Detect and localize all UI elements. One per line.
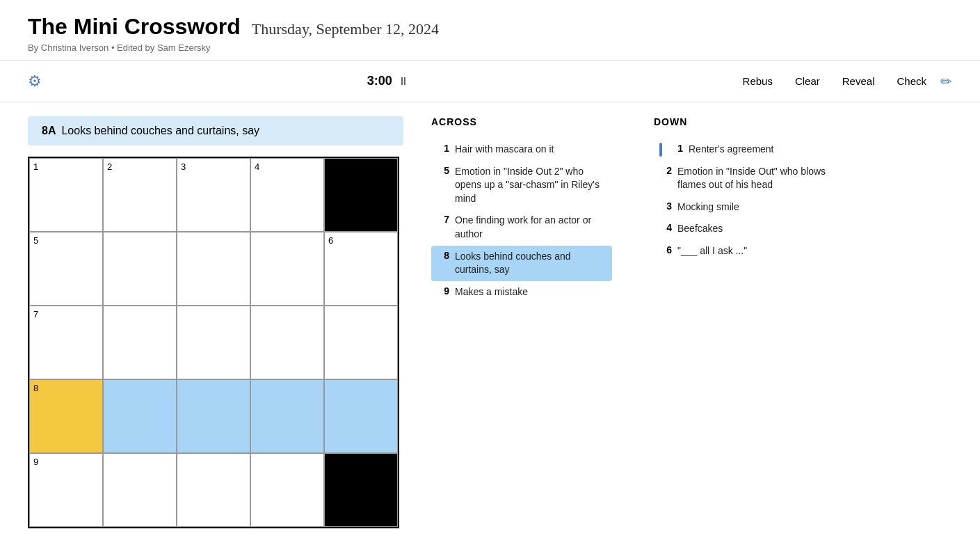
cell-number: 1	[33, 161, 38, 172]
timer-display: 3:00	[367, 74, 392, 88]
clear-button[interactable]: Clear	[787, 70, 828, 93]
toolbar-right: Rebus Clear Reveal Check ✏	[734, 70, 952, 93]
cell-number: 9	[33, 457, 38, 467]
puzzle-section: 8A Looks behind couches and curtains, sa…	[28, 116, 403, 528]
clue-number: 4	[659, 222, 672, 233]
main-content: 8A Looks behind couches and curtains, sa…	[0, 102, 980, 542]
header: The Mini Crossword Thursday, September 1…	[0, 0, 980, 61]
grid-cell[interactable]	[177, 306, 250, 379]
across-clues-column: ACROSS 1Hair with mascara on it5Emotion …	[431, 116, 612, 528]
clue-text: Beefcakes	[677, 222, 723, 236]
grid-cell[interactable]	[103, 232, 177, 306]
grid-cell[interactable]	[324, 453, 398, 527]
clue-text: Renter's agreement	[689, 143, 774, 157]
across-clue-item[interactable]: 8Looks behind couches and curtains, say	[431, 246, 612, 281]
clue-text: Emotion in "Inside Out" who blows flames…	[677, 165, 829, 192]
cell-number: 5	[33, 235, 38, 246]
down-clue-item[interactable]: 1Renter's agreement	[654, 139, 835, 161]
down-clues-column: DOWN 1Renter's agreement2Emotion in "Ins…	[654, 116, 835, 528]
grid-cell[interactable]	[177, 379, 250, 453]
clue-number: 8	[437, 250, 449, 261]
clue-number: 7	[437, 214, 449, 225]
grid-cell[interactable]: 6	[324, 232, 398, 306]
cell-number: 2	[107, 161, 112, 172]
grid-cell[interactable]: 5	[29, 232, 103, 306]
clue-text: "___ all I ask ..."	[677, 244, 747, 258]
grid-cell[interactable]: 9	[29, 453, 103, 527]
grid-cell[interactable]	[250, 379, 324, 453]
clue-number: 1	[437, 143, 449, 154]
grid-cell[interactable]: 2	[103, 158, 177, 232]
pencil-icon[interactable]: ✏	[940, 73, 952, 90]
grid-cell[interactable]	[324, 158, 398, 232]
grid-cell[interactable]: 8	[29, 379, 103, 453]
clue-text: One finding work for an actor or author	[455, 214, 607, 241]
active-clue-indicator	[659, 143, 662, 157]
toolbar: ⚙ 3:00 ⏸ Rebus Clear Reveal Check ✏	[0, 61, 980, 102]
down-clue-item[interactable]: 6"___ all I ask ..."	[654, 240, 835, 262]
down-clue-item[interactable]: 3Mocking smile	[654, 196, 835, 219]
grid-cell[interactable]	[103, 453, 177, 527]
down-heading: DOWN	[654, 116, 835, 130]
grid-cell[interactable]: 1	[29, 158, 103, 232]
grid-cell[interactable]	[177, 453, 250, 527]
cell-number: 7	[33, 309, 38, 320]
across-clue-item[interactable]: 5Emotion in "Inside Out 2" who opens up …	[431, 161, 612, 210]
pause-icon[interactable]: ⏸	[398, 75, 409, 88]
crossword-grid: 123456789	[29, 158, 398, 527]
cell-number: 4	[255, 161, 259, 172]
clue-text: Makes a mistake	[455, 285, 528, 299]
clue-banner-text: Looks behind couches and curtains, say	[61, 125, 259, 137]
header-date: Thursday, September 12, 2024	[252, 20, 439, 38]
cell-number: 8	[33, 383, 38, 393]
clue-number: 1	[670, 143, 683, 154]
clue-number: 6	[659, 244, 672, 255]
grid-cell[interactable]	[324, 379, 398, 453]
across-clue-item[interactable]: 7One finding work for an actor or author	[431, 210, 612, 245]
clue-number: 3	[659, 200, 672, 212]
down-clue-item[interactable]: 2Emotion in "Inside Out" who blows flame…	[654, 161, 835, 196]
gear-icon[interactable]: ⚙	[28, 72, 42, 90]
grid-cell[interactable]	[177, 232, 250, 306]
clue-text: Hair with mascara on it	[455, 143, 554, 157]
rebus-button[interactable]: Rebus	[734, 70, 781, 93]
down-clues-list: 1Renter's agreement2Emotion in "Inside O…	[654, 139, 835, 262]
across-clue-item[interactable]: 1Hair with mascara on it	[431, 139, 612, 161]
cell-number: 6	[328, 235, 333, 246]
clue-text: Emotion in "Inside Out 2" who opens up a…	[455, 165, 607, 206]
clue-number: 2	[659, 165, 672, 176]
toolbar-left: ⚙	[28, 72, 42, 90]
clue-banner-number: 8A	[42, 125, 56, 137]
clue-number: 5	[437, 165, 449, 176]
grid-cell[interactable]: 3	[177, 158, 250, 232]
grid-cell[interactable]	[324, 306, 398, 379]
grid-cell[interactable]	[250, 232, 324, 306]
grid-cell[interactable]: 7	[29, 306, 103, 379]
across-heading: ACROSS	[431, 116, 612, 130]
header-byline: By Christina Iverson • Edited by Sam Eze…	[28, 42, 952, 53]
clue-text: Looks behind couches and curtains, say	[455, 250, 607, 277]
grid-cell[interactable]	[103, 379, 177, 453]
clue-text: Mocking smile	[677, 200, 739, 214]
clue-number: 9	[437, 285, 449, 297]
grid-cell[interactable]: 4	[250, 158, 324, 232]
clue-banner: 8A Looks behind couches and curtains, sa…	[28, 116, 403, 145]
across-clue-item[interactable]: 9Makes a mistake	[431, 281, 612, 303]
across-clues-list: 1Hair with mascara on it5Emotion in "Ins…	[431, 139, 612, 303]
clues-section: ACROSS 1Hair with mascara on it5Emotion …	[431, 116, 952, 528]
grid-cell[interactable]	[250, 306, 324, 379]
toolbar-center: 3:00 ⏸	[42, 74, 734, 88]
reveal-button[interactable]: Reveal	[834, 70, 883, 93]
page-title: The Mini Crossword	[28, 14, 241, 40]
check-button[interactable]: Check	[888, 70, 935, 93]
down-clue-item[interactable]: 4Beefcakes	[654, 218, 835, 240]
grid-cell[interactable]	[250, 453, 324, 527]
grid-cell[interactable]	[103, 306, 177, 379]
cell-number: 3	[181, 161, 186, 172]
grid-container: 123456789	[28, 157, 399, 528]
